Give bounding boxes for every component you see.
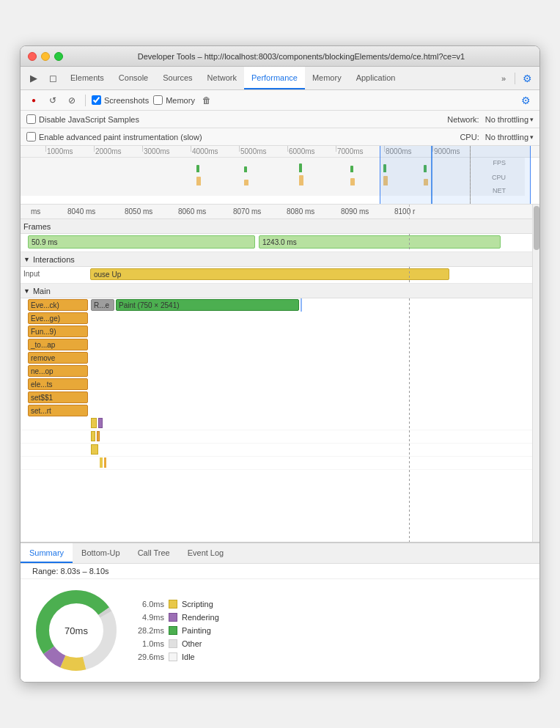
fps-peak-3	[299, 163, 302, 172]
net-track: NET	[21, 185, 525, 196]
tab-summary[interactable]: Summary	[21, 543, 73, 563]
cpu-peak-5	[383, 176, 388, 185]
flame-setrt[interactable]: set...rt	[28, 405, 88, 416]
tab-event-log[interactable]: Event Log	[179, 543, 233, 563]
painting-swatch	[169, 626, 177, 635]
main-dashed-5	[409, 351, 410, 364]
tab-elements[interactable]: Elements	[63, 67, 111, 89]
frame-block-1[interactable]: 50.9 ms	[28, 235, 255, 249]
input-block[interactable]: ouse Up	[90, 268, 449, 280]
main-dashed-9	[409, 404, 410, 417]
fps-peak-5	[383, 164, 386, 172]
main-row-6: ne...op	[21, 364, 532, 378]
record-button[interactable]: ●	[26, 93, 41, 108]
main-row-5: remove	[21, 351, 532, 364]
devtools-window: Developer Tools – http://localhost:8003/…	[20, 45, 540, 683]
main-row-mini-3	[21, 444, 532, 457]
input-label: Input	[23, 270, 40, 278]
legend-other: 1.0ms Other	[135, 639, 219, 648]
flame-fun9[interactable]: Fun...9)	[28, 326, 88, 337]
close-button[interactable]	[28, 52, 37, 61]
enable-paint-checkbox[interactable]	[26, 132, 36, 141]
cpu-throttle-dropdown[interactable]: No throttling ▾	[485, 133, 534, 141]
scrubber-line-2	[470, 146, 471, 204]
memory-checkbox[interactable]	[153, 95, 163, 105]
network-throttle-value: No throttling	[485, 115, 528, 124]
settings-icon[interactable]: ⚙	[520, 73, 535, 84]
other-label: Other	[182, 639, 202, 648]
summary-range: Range: 8.03s – 8.10s	[21, 564, 539, 579]
main-row-mini-2	[21, 430, 532, 444]
flame-neop[interactable]: ne...op	[28, 365, 88, 377]
maximize-button[interactable]	[54, 52, 63, 61]
ruler-tick-7000: 7000ms	[336, 146, 364, 157]
main-dashed-1	[409, 298, 410, 312]
clear-button[interactable]: ⊘	[65, 93, 79, 108]
memory-checkbox-label[interactable]: Memory	[153, 95, 195, 105]
disable-js-checkbox[interactable]	[26, 114, 36, 124]
frame-1-label: 50.9 ms	[32, 238, 58, 246]
mini-block-6	[100, 457, 103, 468]
ruler-tick-2000: 2000ms	[94, 146, 122, 157]
flame-elets[interactable]: ele...ts	[28, 378, 88, 390]
screenshots-checkbox-label[interactable]: Screenshots	[92, 95, 149, 105]
cpu-peak-6	[424, 179, 428, 185]
reload-button[interactable]: ↺	[45, 93, 60, 108]
timeline-overview[interactable]: 1000ms 2000ms 3000ms 4000ms 5000ms 6000m…	[21, 146, 539, 205]
flame-paint[interactable]: Paint (750 × 2541)	[116, 299, 299, 311]
main-dashed-6	[409, 364, 410, 378]
interactions-header[interactable]: ▼ Interactions	[21, 252, 532, 267]
fps-peak-1	[196, 165, 199, 172]
inspect-icon[interactable]: ▶	[25, 70, 43, 87]
flame-empty	[21, 470, 532, 542]
frames-header[interactable]: Frames	[21, 219, 532, 234]
tab-performance[interactable]: Performance	[244, 67, 305, 89]
screenshots-checkbox[interactable]	[92, 95, 101, 105]
cpu-peak-3	[299, 175, 303, 185]
tab-memory[interactable]: Memory	[305, 67, 349, 89]
scripting-swatch	[169, 600, 177, 608]
frame-block-2[interactable]: 1243.0 ms	[259, 235, 501, 249]
options-right-2: CPU: No throttling ▾	[460, 133, 534, 141]
tab-bottom-up[interactable]: Bottom-Up	[73, 543, 129, 563]
main-label: Main	[33, 287, 51, 295]
interactions-label: Interactions	[33, 255, 75, 264]
tab-call-tree[interactable]: Call Tree	[129, 543, 179, 563]
legend-scripting: 6.0ms Scripting	[135, 600, 219, 608]
flame-remove[interactable]: remove	[28, 352, 88, 364]
flame-re[interactable]: R...e	[91, 299, 114, 311]
enable-paint-label[interactable]: Enable advanced paint instrumentation (s…	[26, 132, 202, 141]
tab-sources[interactable]: Sources	[155, 67, 199, 89]
options-left: Disable JavaScript Samples	[26, 114, 139, 124]
flame-evege[interactable]: Eve...ge)	[28, 312, 88, 324]
tab-application[interactable]: Application	[349, 67, 403, 89]
title-bar: Developer Tools – http://localhost:8003/…	[21, 46, 539, 67]
more-tabs-button[interactable]: »	[497, 74, 510, 83]
main-header[interactable]: ▼ Main	[21, 284, 532, 298]
network-throttle-dropdown[interactable]: No throttling ▾	[485, 115, 534, 124]
flame-toap[interactable]: _to...ap	[28, 339, 88, 350]
summary-legend: 6.0ms Scripting 4.9ms Rendering 28.2ms P…	[135, 600, 219, 661]
main-row-7: ele...ts	[21, 378, 532, 391]
main-panel: ms 8040 ms 8050 ms 8060 ms 8070 ms 8080 …	[21, 205, 539, 542]
delete-button[interactable]: 🗑	[199, 93, 214, 108]
scrollbar-thumb[interactable]	[534, 206, 539, 250]
disable-js-label[interactable]: Disable JavaScript Samples	[26, 114, 139, 124]
rendering-value: 4.9ms	[135, 613, 164, 622]
minimize-button[interactable]	[41, 52, 50, 61]
flame-set1[interactable]: set$$1	[28, 391, 88, 403]
flame-panel[interactable]: ms 8040 ms 8050 ms 8060 ms 8070 ms 8080 …	[21, 205, 532, 542]
ruler-tick-6000: 6000ms	[287, 146, 315, 157]
main-dashed-12	[409, 444, 410, 456]
tab-console[interactable]: Console	[111, 67, 155, 89]
tab-network[interactable]: Network	[200, 67, 244, 89]
idle-label: Idle	[182, 652, 195, 661]
flame-eveck[interactable]: Eve...ck)	[28, 299, 88, 311]
main-dashed-13	[409, 457, 410, 469]
cpu-throttle-value: No throttling	[485, 133, 528, 141]
device-icon[interactable]: ◻	[44, 70, 62, 87]
scrollbar-vertical[interactable]	[532, 205, 539, 542]
gear-icon[interactable]: ⚙	[518, 95, 534, 106]
main-dashed-11	[409, 430, 410, 443]
frames-bar: 50.9 ms 1243.0 ms	[21, 234, 532, 251]
